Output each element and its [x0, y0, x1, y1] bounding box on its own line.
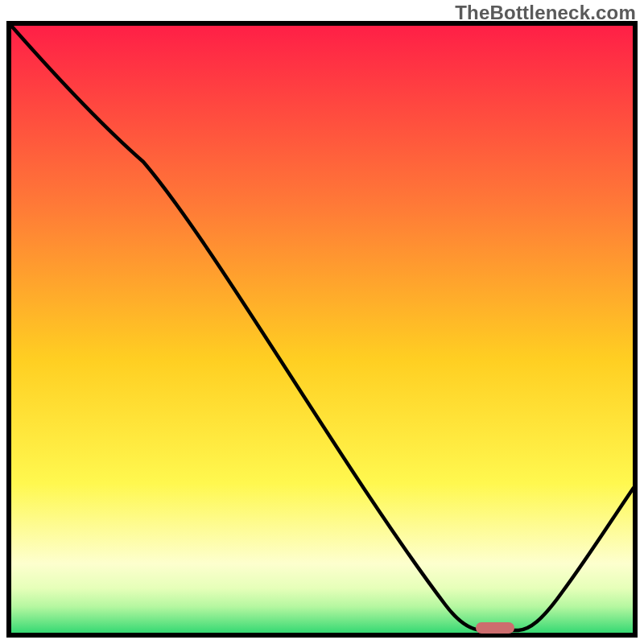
- optimal-marker: [476, 622, 514, 634]
- bottleneck-curve: [6, 21, 638, 638]
- chart-frame: [6, 21, 638, 638]
